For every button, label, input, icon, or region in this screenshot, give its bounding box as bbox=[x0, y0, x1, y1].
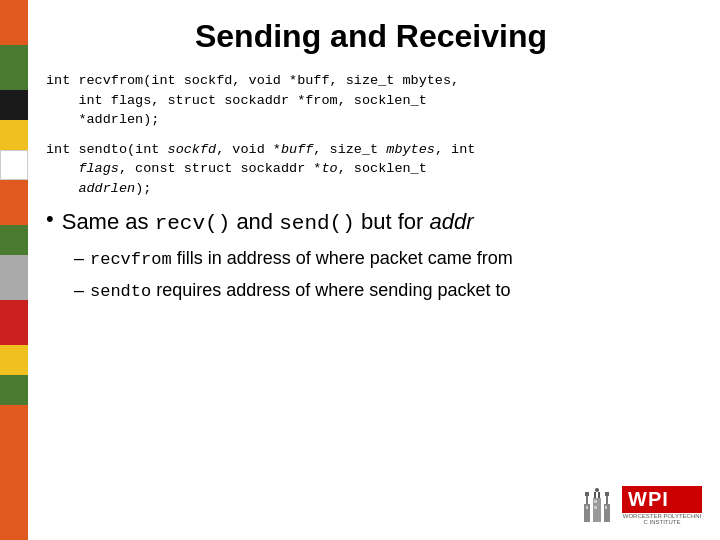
recvfrom-code: int recvfrom(int sockfd, void *buff, siz… bbox=[46, 73, 459, 127]
color-seg-4 bbox=[0, 120, 28, 150]
sub-bullet-recvfrom: – recvfrom fills in address of where pac… bbox=[74, 246, 696, 272]
bullet-text: Same as recv() and send() but for addr bbox=[62, 208, 474, 237]
slide-title: Sending and Receiving bbox=[46, 18, 696, 55]
sub-bullets: – recvfrom fills in address of where pac… bbox=[74, 246, 696, 304]
send-mono: send() bbox=[279, 212, 355, 235]
main-bullet: • Same as recv() and send() but for addr bbox=[46, 208, 696, 237]
color-seg-9 bbox=[0, 300, 28, 345]
sub-bullet-sendto: – sendto requires address of where sendi… bbox=[74, 278, 696, 304]
main-content: Sending and Receiving int recvfrom(int s… bbox=[28, 0, 720, 540]
color-seg-12 bbox=[0, 405, 28, 540]
svg-point-9 bbox=[595, 488, 599, 492]
svg-rect-6 bbox=[605, 492, 609, 496]
wpi-logo: WPI WORCESTER POLYTECHNIC INSTITUTE bbox=[576, 484, 702, 526]
sub-text-recvfrom: recvfrom fills in address of where packe… bbox=[90, 246, 513, 272]
color-seg-7 bbox=[0, 225, 28, 255]
wpi-text-area: WPI WORCESTER POLYTECHNIC INSTITUTE bbox=[622, 486, 702, 525]
bullet-section: • Same as recv() and send() but for addr… bbox=[46, 208, 696, 303]
sub-dash-1: – bbox=[74, 246, 84, 270]
svg-rect-7 bbox=[594, 492, 596, 498]
wpi-building-icon bbox=[576, 484, 618, 526]
sub-dash-2: – bbox=[74, 278, 84, 302]
color-seg-3 bbox=[0, 90, 28, 120]
wpi-sublabel: WORCESTER POLYTECHNIC INSTITUTE bbox=[622, 513, 702, 525]
color-seg-6 bbox=[0, 180, 28, 225]
color-bar bbox=[0, 0, 28, 540]
svg-rect-8 bbox=[598, 492, 600, 498]
wpi-label: WPI bbox=[622, 486, 702, 513]
sendto-code: int sendto(int sockfd, void *buff, size_… bbox=[46, 142, 475, 196]
sendto-mono: sendto bbox=[90, 282, 151, 301]
color-seg-1 bbox=[0, 0, 28, 45]
svg-rect-13 bbox=[605, 506, 607, 509]
svg-rect-11 bbox=[594, 500, 597, 503]
recv-mono: recv() bbox=[155, 212, 231, 235]
code-block-sendto: int sendto(int sockfd, void *buff, size_… bbox=[46, 140, 696, 199]
color-seg-11 bbox=[0, 375, 28, 405]
color-seg-2 bbox=[0, 45, 28, 90]
code-block-recvfrom: int recvfrom(int sockfd, void *buff, siz… bbox=[46, 71, 696, 130]
sub-text-sendto: sendto requires address of where sending… bbox=[90, 278, 510, 304]
color-seg-10 bbox=[0, 345, 28, 375]
recvfrom-mono: recvfrom bbox=[90, 250, 172, 269]
bullet-dot: • bbox=[46, 206, 54, 232]
svg-rect-12 bbox=[594, 506, 597, 509]
color-seg-5 bbox=[0, 150, 28, 180]
svg-rect-5 bbox=[585, 492, 589, 496]
svg-rect-10 bbox=[586, 506, 588, 509]
color-seg-8 bbox=[0, 255, 28, 300]
